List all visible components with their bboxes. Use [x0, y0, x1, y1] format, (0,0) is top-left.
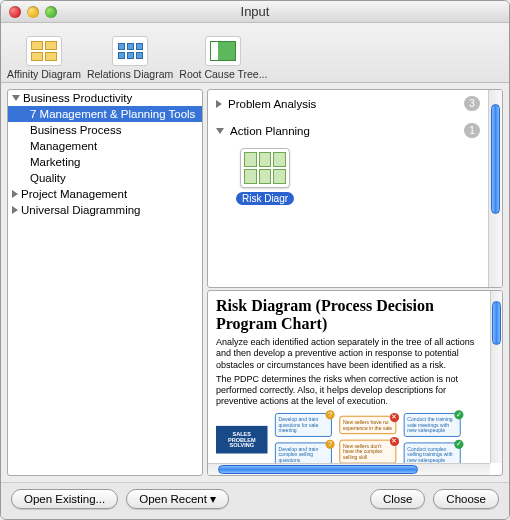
toolbar-item-label: Relations Diagram — [87, 68, 173, 80]
vertical-scrollbar[interactable] — [490, 291, 502, 463]
description-title: Risk Diagram (Process Decision Program C… — [216, 297, 482, 332]
description-paragraph: Analyze each identified action separatel… — [216, 337, 482, 371]
diagram-box: ?Develop and train questions for sale me… — [275, 413, 332, 437]
sidebar-node-label: Management — [30, 140, 97, 152]
template-list-pane: Problem Analysis 3 Action Planning 1 Ris… — [207, 89, 503, 288]
sidebar-node-label: Project Management — [21, 188, 127, 200]
toolbar-item-label: Root Cause Tree... — [179, 68, 267, 80]
sidebar-node-marketing[interactable]: Marketing — [8, 154, 202, 170]
content-area: Business Productivity 7 Management & Pla… — [1, 83, 509, 482]
toolbar-affinity-diagram[interactable]: Affinity Diagram — [7, 36, 81, 80]
root-cause-tree-icon — [205, 36, 241, 66]
diagram-box: ✓Conduct complex selling trainings with … — [404, 442, 461, 463]
open-recent-button[interactable]: Open Recent ▾ — [126, 489, 229, 509]
template-label: Risk Diagr — [236, 192, 294, 205]
scrollbar-thumb[interactable] — [218, 465, 418, 474]
sidebar-node-universal-diagramming[interactable]: Universal Diagramming — [8, 202, 202, 218]
toolbar-relations-diagram[interactable]: Relations Diagram — [87, 36, 173, 80]
disclosure-down-icon — [216, 128, 224, 134]
open-existing-button[interactable]: Open Existing... — [11, 489, 118, 509]
scrollbar-thumb[interactable] — [492, 301, 501, 345]
sidebar-node-management[interactable]: Management — [8, 138, 202, 154]
footer: Open Existing... Open Recent ▾ Close Cho… — [1, 482, 509, 519]
section-label: Action Planning — [230, 125, 310, 137]
section-count-badge: 1 — [464, 123, 480, 138]
titlebar[interactable]: Input — [1, 1, 509, 23]
zoom-window-icon[interactable] — [45, 6, 57, 18]
scrollbar-thumb[interactable] — [491, 104, 500, 214]
section-action-planning[interactable]: Action Planning 1 — [208, 117, 488, 144]
toolbar-item-label: Affinity Diagram — [7, 68, 81, 80]
sidebar-node-label: Universal Diagramming — [21, 204, 141, 216]
template-thumb-icon — [240, 148, 290, 188]
affinity-diagram-icon — [26, 36, 62, 66]
sidebar-node-label: Marketing — [30, 156, 81, 168]
diagram-box: ?Develop and train complex selling quest… — [275, 442, 332, 463]
diagram-box: ✕New sellers don't have the complex sell… — [339, 439, 396, 463]
category-sidebar[interactable]: Business Productivity 7 Management & Pla… — [7, 89, 203, 476]
sidebar-node-project-management[interactable]: Project Management — [8, 186, 202, 202]
sidebar-node-7-management-tools[interactable]: 7 Management & Planning Tools — [8, 106, 202, 122]
diagram-box: ✓Conduct the training sale meetings with… — [404, 413, 461, 437]
section-count-badge: 3 — [464, 96, 480, 111]
toolbar-root-cause-tree[interactable]: Root Cause Tree... — [179, 36, 267, 80]
disclosure-right-icon — [12, 190, 18, 198]
description-paragraph: The PDPC determines the risks when corre… — [216, 374, 482, 408]
toolbar: Affinity Diagram Relations Diagram Root … — [1, 23, 509, 83]
vertical-scrollbar[interactable] — [488, 90, 502, 287]
disclosure-down-icon — [12, 95, 20, 101]
description-diagram: SALES PROBLEM SOLVING ?Develop and train… — [216, 413, 461, 463]
minimize-window-icon[interactable] — [27, 6, 39, 18]
close-window-icon[interactable] — [9, 6, 21, 18]
diagram-root-box: SALES PROBLEM SOLVING — [216, 426, 268, 454]
sidebar-node-label: 7 Management & Planning Tools — [30, 108, 195, 120]
sidebar-node-label: Business Process — [30, 124, 121, 136]
sidebar-node-business-process[interactable]: Business Process — [8, 122, 202, 138]
sidebar-node-quality[interactable]: Quality — [8, 170, 202, 186]
relations-diagram-icon — [112, 36, 148, 66]
horizontal-scrollbar[interactable] — [208, 463, 490, 475]
template-risk-diagram[interactable]: Risk Diagr — [234, 148, 296, 229]
sidebar-node-label: Quality — [30, 172, 66, 184]
choose-button[interactable]: Choose — [433, 489, 499, 509]
window-title: Input — [241, 4, 270, 19]
section-problem-analysis[interactable]: Problem Analysis 3 — [208, 90, 488, 117]
diagram-box: ✕New sellers have no experience in the s… — [339, 415, 396, 433]
description-pane: Risk Diagram (Process Decision Program C… — [207, 290, 503, 476]
sidebar-node-business-productivity[interactable]: Business Productivity — [8, 90, 202, 106]
close-button[interactable]: Close — [370, 489, 425, 509]
disclosure-right-icon — [216, 100, 222, 108]
main-pane: Problem Analysis 3 Action Planning 1 Ris… — [207, 89, 503, 476]
disclosure-right-icon — [12, 206, 18, 214]
sidebar-node-label: Business Productivity — [23, 92, 132, 104]
section-label: Problem Analysis — [228, 98, 316, 110]
